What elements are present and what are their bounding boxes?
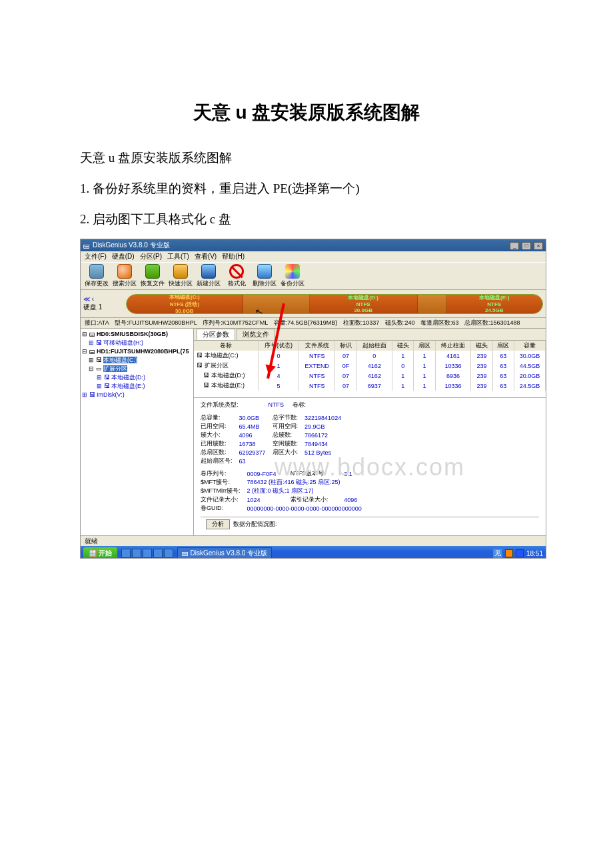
table-row[interactable]: 🖫 本地磁盘(E:)5NTFS07693711103362396324.5GB: [194, 381, 546, 391]
disk-map[interactable]: 本地磁盘(C:) NTFS (活动) 30.0GB 本地磁盘(D:) NTFS …: [126, 294, 543, 314]
menubar: 文件(F) 硬盘(D) 分区(P) 工具(T) 查看(V) 帮助(H): [81, 251, 546, 262]
tb-save[interactable]: 保存更改: [83, 264, 110, 288]
minimize-button[interactable]: _: [510, 242, 519, 250]
alloc-label: 数据分配情况图:: [233, 521, 277, 527]
seg-gap1: [243, 295, 310, 313]
tb-delete[interactable]: 删除分区: [251, 264, 278, 288]
maximize-button[interactable]: □: [522, 242, 531, 250]
tray-lang-icon[interactable]: 见: [493, 549, 502, 558]
doc-step1: 1. 备份好系统里的资料，重启进入 PE(选择第一个): [80, 176, 533, 201]
tree-e[interactable]: ⊞ 🖫 本地磁盘(E:): [82, 382, 192, 391]
val-ssec: 63: [239, 457, 273, 465]
lbl-ssize: 扇区大小:: [273, 448, 305, 457]
info-spt: 每道扇区数:63: [420, 319, 459, 326]
val-mftm: 2 (柱面:0 磁头:1 扇区:17): [247, 487, 368, 495]
menu-tool[interactable]: 工具(T): [166, 252, 191, 261]
seg-d-type: NTFS: [356, 301, 370, 307]
tab-browse[interactable]: 浏览文件: [237, 329, 275, 340]
nav-prev-icon[interactable]: ≪ ‹: [83, 295, 94, 303]
seg-c-type: NTFS (活动): [170, 301, 199, 308]
tb-search[interactable]: 搜索分区: [111, 264, 138, 288]
quicklaunch[interactable]: [121, 549, 173, 558]
col-ss[interactable]: 扇区: [414, 341, 435, 351]
close-button[interactable]: ×: [534, 242, 543, 250]
window-title: DiskGenius V3.8.0 专业版: [93, 241, 170, 250]
val-tclus: 7866172: [305, 431, 348, 439]
tray-icon-2[interactable]: [516, 549, 524, 557]
col-fs[interactable]: 文件系统: [299, 341, 335, 351]
info-serial: 序列号:K10MT752CFML: [203, 319, 268, 326]
col-idx[interactable]: 序号(状态): [259, 341, 299, 351]
tree-hd1[interactable]: ⊟ 🖴 HD1:FUJITSUMHW2080BHPL(75: [82, 347, 192, 356]
seg-e-type: NTFS: [487, 301, 501, 307]
tb-save-label: 保存更改: [85, 279, 109, 288]
task-diskgenius[interactable]: 🖴 DiskGenius V3.8.0 专业版: [177, 547, 272, 559]
tree-imdisk[interactable]: ⊞ 🖫 ImDisk(V:): [82, 391, 192, 399]
disk-label: 硬盘 1: [83, 303, 102, 311]
tb-backup[interactable]: 备份分区: [279, 264, 306, 288]
val-tsec: 62929377: [239, 448, 273, 457]
disk-map-area: ≪ ‹ 硬盘 1 本地磁盘(C:) NTFS (活动) 30.0GB 本地磁盘(…: [81, 290, 546, 318]
lbl-mft: $MFT簇号:: [201, 478, 247, 487]
table-row[interactable]: 🖫 扩展分区1EXTEND0F416201103362396344.5GB: [194, 361, 546, 371]
delete-icon: [257, 264, 272, 279]
menu-help[interactable]: 帮助(H): [221, 252, 246, 261]
table-row[interactable]: 🖫 本地磁盘(D:)4NTFS0741621169362396320.0GB: [194, 371, 546, 381]
tray-icon-1[interactable]: [505, 549, 513, 557]
tree-removable[interactable]: ⊞ 🖫 可移动磁盘(H:): [82, 339, 192, 347]
lbl-used: 已用空间:: [201, 422, 239, 431]
lbl-uclus: 已用簇数:: [201, 439, 239, 448]
col-es[interactable]: 扇区: [492, 341, 514, 351]
tb-new-label: 新建分区: [197, 279, 221, 288]
table-row[interactable]: 🖫 本地磁盘(C:)0NTFS0701141612396330.0GB: [194, 351, 546, 361]
info-cyl: 柱面数:10337: [343, 319, 380, 326]
seg-e[interactable]: 本地磁盘(E:) NTFS 24.5GB: [446, 295, 542, 313]
lbl-fclus: 空闲簇数:: [273, 439, 305, 448]
disk-tree[interactable]: ⊟ 🖴 HD0:SMIUSBDISK(30GB) ⊞ 🖫 可移动磁盘(H:) ⊟…: [81, 329, 194, 535]
start-button[interactable]: 🪟 开始: [83, 547, 117, 559]
col-cap[interactable]: 容量: [514, 341, 545, 351]
tb-delete-label: 删除分区: [253, 279, 277, 288]
window-titlebar: 🖴 DiskGenius V3.8.0 专业版 _ □ ×: [81, 239, 546, 251]
new-icon: [201, 264, 216, 279]
lbl-bytes: 总字节数:: [273, 413, 305, 422]
col-ec[interactable]: 终止柱面: [435, 341, 471, 351]
seg-e-size: 24.5GB: [485, 307, 504, 313]
val-fclus: 7849434: [305, 439, 348, 448]
menu-part[interactable]: 分区(P): [139, 252, 163, 261]
tree-ext[interactable]: ⊟ ▭ 扩展分区: [82, 365, 192, 373]
col-sc[interactable]: 起始柱面: [356, 341, 392, 351]
lbl-tclus: 总簇数:: [273, 431, 305, 439]
col-flag[interactable]: 标识: [335, 341, 356, 351]
lbl-ssec: 起始扇区号:: [201, 457, 239, 465]
tab-params[interactable]: 分区参数: [197, 329, 235, 340]
tree-hd0[interactable]: ⊟ 🖴 HD0:SMIUSBDISK(30GB): [82, 330, 192, 339]
seg-d[interactable]: 本地磁盘(D:) NTFS 20.0GB: [310, 295, 418, 313]
tb-quick[interactable]: 快速分区: [167, 264, 194, 288]
tree-c[interactable]: ⊞ 🖫 本地磁盘(C:): [82, 356, 192, 365]
col-sh[interactable]: 磁头: [392, 341, 414, 351]
menu-file[interactable]: 文件(F): [83, 252, 108, 261]
doc-subtitle: 天意 u 盘原安装版系统图解: [80, 145, 533, 171]
menu-view[interactable]: 查看(V): [193, 252, 218, 261]
menu-disk[interactable]: 硬盘(D): [111, 252, 136, 261]
tree-d[interactable]: ⊞ 🖫 本地磁盘(D:): [82, 373, 192, 382]
seg-c[interactable]: 本地磁盘(C:) NTFS (活动) 30.0GB: [127, 295, 243, 313]
analyse-button[interactable]: 分析: [206, 519, 230, 529]
seg-e-name: 本地磁盘(E:): [479, 294, 509, 301]
col-label[interactable]: 卷标: [194, 341, 259, 351]
tabs: 分区参数 浏览文件: [194, 329, 546, 341]
val-ntfsv: 3.1: [344, 469, 368, 478]
statusbar: 就绪: [81, 535, 546, 546]
system-tray[interactable]: 见 18:51: [493, 549, 543, 558]
tb-recover[interactable]: 恢复文件: [139, 264, 166, 288]
val-guid: 00000000-0000-0000-0000-000000000000: [247, 504, 368, 513]
col-eh[interactable]: 磁头: [471, 341, 492, 351]
lbl-guid: 卷GUID:: [201, 504, 247, 513]
toolbar: 保存更改 搜索分区 恢复文件 快速分区 新建分区 格式化 删除分区 备份分区: [81, 262, 546, 290]
lbl-frs: 文件记录大小:: [201, 495, 247, 504]
tb-format[interactable]: 格式化: [223, 264, 250, 288]
tb-new[interactable]: 新建分区: [195, 264, 222, 288]
doc-title: 天意 u 盘安装原版系统图解: [80, 100, 533, 125]
info-iface: 接口:ATA: [85, 319, 109, 326]
